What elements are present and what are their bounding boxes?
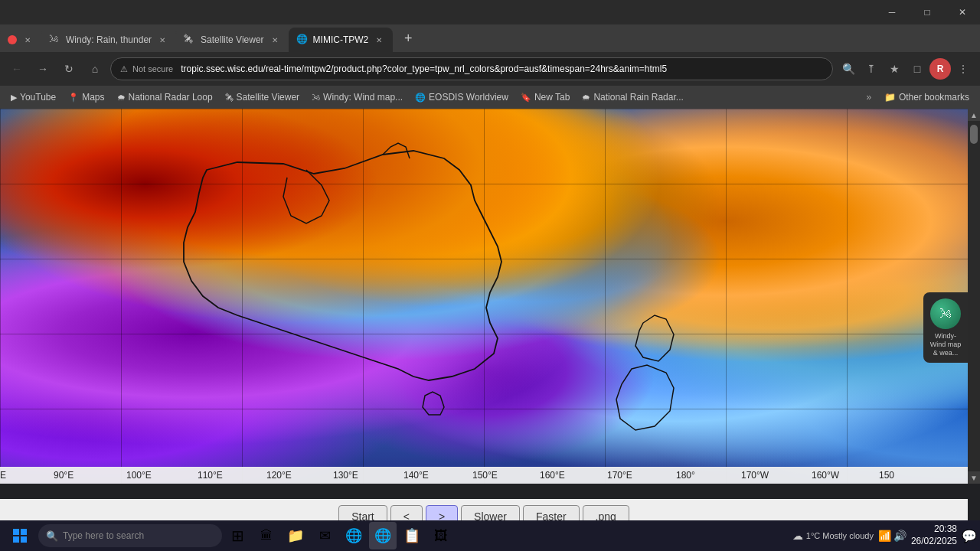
folder-icon: 📁 — [884, 92, 896, 103]
taskbar: 🔍 Type here to search ⊞ 🏛 📁 ✉ 🌐 🌐 📋 🖼 ☁ … — [0, 520, 980, 551]
windy-logo: 🌬 — [930, 298, 961, 329]
lon-label-7: 150°E — [472, 470, 498, 481]
bookmarks-more-button[interactable]: » — [861, 90, 877, 105]
maximize-button[interactable]: □ — [910, 0, 945, 24]
bookmark-satellite[interactable]: 🛰 Satellite Viewer — [220, 90, 305, 104]
bookmark-satellite-icon: 🛰 — [225, 93, 234, 102]
svg-rect-3 — [21, 536, 27, 543]
clock[interactable]: 20:38 26/02/2025 — [911, 523, 957, 547]
lon-label-8: 160°E — [540, 470, 565, 481]
notepad-icon[interactable]: 📋 — [398, 522, 426, 549]
network-icon[interactable]: 📶 — [878, 530, 891, 542]
bookmark-rainradar-label: National Rain Radar... — [593, 92, 683, 103]
bookmarks-bar: ▶ YouTube 📍 Maps 🌧 National Radar Loop 🛰… — [0, 86, 980, 109]
bookmark-rainradar-icon: 🌧 — [582, 93, 590, 102]
new-tab-button[interactable]: + — [396, 28, 420, 49]
bookmark-satellite-label: Satellite Viewer — [237, 92, 300, 103]
weather-temp: 1°C Mostly cloudy — [806, 531, 874, 540]
tab-3[interactable]: 🛰 Satellite Viewer ✕ — [176, 28, 289, 52]
security-icon: ⚠ — [120, 64, 128, 74]
tab-1[interactable]: ✕ — [0, 28, 41, 52]
browser-window: ─ □ ✕ ✕ 🌬 Windy: Rain, thunder ✕ 🛰 Satel… — [0, 0, 980, 548]
menu-icon[interactable]: ⋮ — [952, 58, 974, 80]
mail-icon[interactable]: ✉ — [311, 522, 338, 549]
scrollbar-thumb[interactable] — [970, 125, 978, 144]
tab-2-close[interactable]: ✕ — [156, 34, 168, 46]
tab-3-close[interactable]: ✕ — [269, 34, 281, 46]
extension-icon[interactable]: □ — [906, 58, 928, 80]
bookmark-new-tab[interactable]: 🔖 New Tab — [516, 90, 574, 104]
grid-lines — [0, 109, 968, 484]
scroll-up-button[interactable]: ▲ — [968, 109, 980, 121]
lon-label-4: 120°E — [266, 470, 292, 481]
notification-icon[interactable]: 💬 — [962, 529, 977, 543]
lon-label-0: E — [0, 470, 6, 481]
bookmark-eosdis[interactable]: 🌐 EOSDIS Worldview — [410, 90, 513, 104]
tab-2[interactable]: 🌬 Windy: Rain, thunder ✕ — [41, 28, 176, 52]
home-button[interactable]: ⌂ — [84, 58, 106, 80]
start-menu-button[interactable] — [3, 522, 37, 549]
file-explorer-icon[interactable]: 📁 — [282, 522, 309, 549]
chrome-icon-2[interactable]: 🌐 — [369, 522, 397, 549]
bookmark-windy[interactable]: 🌬 Windy: Wind map... — [307, 90, 407, 104]
bookmark-eosdis-label: EOSDIS Worldview — [429, 92, 508, 103]
profile-icon[interactable]: R — [929, 58, 951, 80]
scroll-down-button[interactable]: ▼ — [968, 471, 980, 484]
lon-label-13: 150 — [879, 470, 894, 481]
main-viewport: E 90°E 100°E 110°E 120°E 130°E 140°E 150… — [0, 109, 980, 499]
longitude-bar: E 90°E 100°E 110°E 120°E 130°E 140°E 150… — [0, 467, 968, 484]
photos-icon[interactable]: 🖼 — [427, 522, 455, 549]
back-button[interactable]: ← — [6, 58, 28, 80]
lon-label-3: 110°E — [198, 470, 223, 481]
bookmark-maps-label: Maps — [82, 92, 104, 103]
date-display: 26/02/2025 — [911, 536, 957, 548]
tab-4[interactable]: 🌐 MIMIC-TPW2 ✕ — [289, 28, 394, 52]
reload-button[interactable]: ↻ — [58, 58, 80, 80]
tab-4-close[interactable]: ✕ — [373, 34, 385, 46]
vertical-scrollbar[interactable]: ▲ ▼ — [968, 109, 980, 484]
share-icon[interactable]: ⤒ — [861, 58, 882, 80]
url-text: tropic.ssec.wisc.edu/real-time/mtpw2/pro… — [181, 64, 823, 74]
time-display: 20:38 — [911, 523, 957, 536]
address-bar: ← → ↻ ⌂ ⚠ Not secure tropic.ssec.wisc.ed… — [0, 52, 980, 86]
forward-button[interactable]: → — [32, 58, 54, 80]
close-button[interactable]: ✕ — [945, 0, 980, 24]
tab-3-favicon: 🛰 — [184, 34, 196, 46]
tab-1-favicon — [8, 35, 17, 44]
bookmark-national-radar[interactable]: 🌧 National Radar Loop — [113, 90, 217, 104]
window-controls: ─ □ ✕ — [874, 0, 980, 24]
bookmark-newtab-label: New Tab — [534, 92, 570, 103]
bookmark-youtube-label: YouTube — [20, 92, 56, 103]
lon-label-1: 90°E — [54, 470, 74, 481]
lon-label-9: 170°E — [607, 470, 632, 481]
chrome-taskbar-icon[interactable]: 🌐 — [340, 522, 368, 549]
minimize-button[interactable]: ─ — [874, 0, 910, 24]
search-icon[interactable]: 🔍 — [838, 58, 859, 80]
lon-label-6: 140°E — [403, 470, 429, 481]
speaker-icon[interactable]: 🔊 — [893, 530, 906, 542]
tab-3-title: Satellite Viewer — [201, 34, 264, 45]
bookmark-youtube[interactable]: ▶ YouTube — [6, 90, 60, 104]
tab-1-close[interactable]: ✕ — [21, 34, 34, 46]
task-view-button[interactable]: ⊞ — [224, 522, 251, 549]
weather-icon: ☁ — [792, 530, 803, 542]
bookmark-icon[interactable]: ★ — [884, 58, 905, 80]
bookmark-rain-radar[interactable]: 🌧 National Rain Radar... — [577, 90, 688, 104]
bookmark-eosdis-icon: 🌐 — [415, 93, 426, 103]
taskbar-search[interactable]: 🔍 Type here to search — [38, 524, 222, 547]
lon-label-12: 160°W — [812, 470, 839, 481]
lon-label-10: 180° — [676, 470, 695, 481]
windy-widget[interactable]: 🌬 Windy- Wind map & wea... — [923, 292, 968, 363]
tray-icons: 📶 🔊 — [878, 530, 906, 542]
url-bar[interactable]: ⚠ Not secure tropic.ssec.wisc.edu/real-t… — [110, 57, 833, 80]
building-icon[interactable]: 🏛 — [253, 522, 280, 549]
bookmark-youtube-icon: ▶ — [11, 93, 17, 103]
other-bookmarks[interactable]: 📁 Other bookmarks — [880, 90, 974, 104]
tab-2-favicon: 🌬 — [49, 34, 61, 46]
toolbar-icons: 🔍 ⤒ ★ □ R ⋮ — [838, 58, 974, 80]
bookmark-radar-icon: 🌧 — [117, 93, 126, 102]
svg-rect-2 — [13, 536, 19, 543]
scrollbar-track — [968, 121, 980, 471]
bookmark-maps[interactable]: 📍 Maps — [64, 90, 109, 104]
svg-rect-0 — [13, 529, 19, 535]
